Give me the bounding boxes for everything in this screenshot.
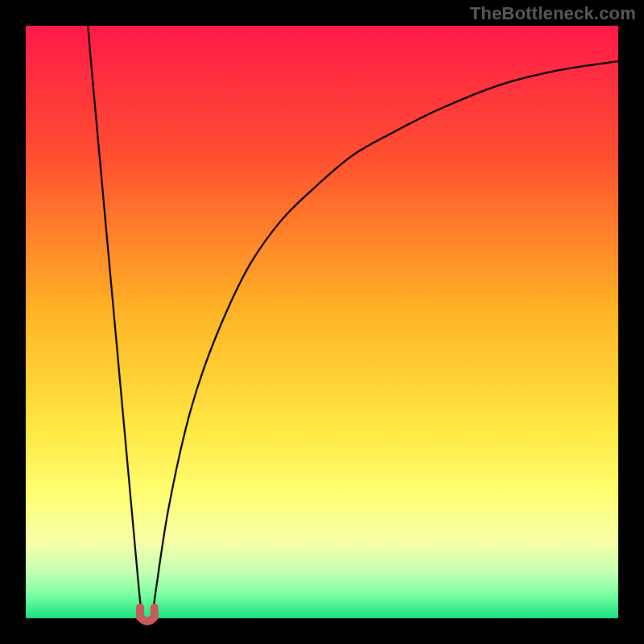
bottleneck-chart bbox=[0, 0, 644, 644]
chart-frame: TheBottleneck.com bbox=[0, 0, 644, 644]
attribution-label: TheBottleneck.com bbox=[470, 3, 636, 24]
